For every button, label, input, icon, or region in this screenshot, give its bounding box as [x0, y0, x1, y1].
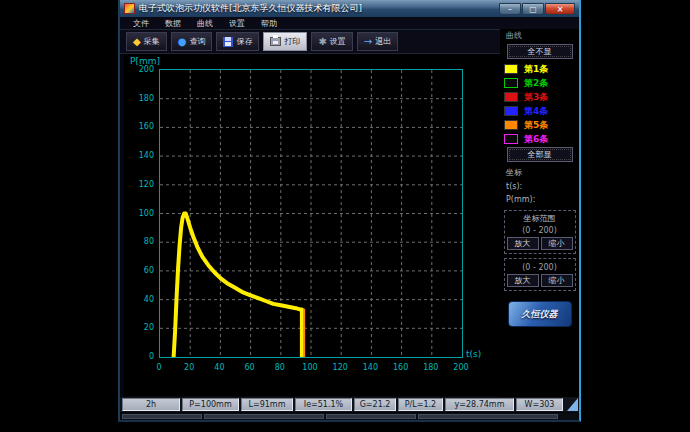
curve5-swatch[interactable] [504, 120, 518, 130]
search-button[interactable]: ● 查询 [171, 32, 213, 51]
minimize-button[interactable]: – [499, 3, 521, 15]
status2-seg [326, 414, 416, 419]
search-button-label: 查询 [189, 36, 205, 47]
legend-row-curve4[interactable]: 第4条 [500, 104, 579, 118]
legend-row-curve3[interactable]: 第3条 [500, 90, 579, 104]
show-all-button[interactable]: 全部显 [507, 147, 573, 162]
exit-button-label: 退出 [375, 36, 391, 47]
y-zoom-out-button[interactable]: 缩小 [541, 274, 573, 287]
collect-icon: ◆ [133, 37, 141, 47]
y-tick-label: 120 [132, 180, 154, 189]
legend-row-curve6[interactable]: 第6条 [500, 132, 579, 146]
settings-button-label: 设置 [330, 36, 346, 47]
menu-item-curve[interactable]: 曲线 [190, 18, 220, 29]
status-y-value: y=28.74mm [445, 398, 514, 411]
pressure-time-plot [160, 70, 462, 357]
plot-frame [159, 69, 463, 358]
y-tick-label: 200 [132, 65, 154, 74]
print-button[interactable]: 打印 [263, 32, 307, 51]
curve2-label: 第2条 [524, 77, 548, 90]
status-sample: 2h [122, 398, 180, 411]
curve1-swatch[interactable] [504, 64, 518, 74]
y-tick-label: 140 [132, 151, 154, 160]
company-logo: 久恒仪器 [508, 301, 572, 327]
x-zoom-out-button[interactable]: 缩小 [541, 237, 573, 250]
y-tick-label: 40 [132, 295, 154, 304]
status-l-value: L=91mm [241, 398, 293, 411]
printer-icon [270, 37, 281, 46]
status-g-value: G=21.2 [354, 398, 396, 411]
y-tick-label: 180 [132, 94, 154, 103]
curve6-label: 第6条 [524, 133, 548, 146]
curves-label: 曲线 [500, 29, 579, 43]
y-tick-label: 160 [132, 122, 154, 131]
status-w-value: W=303 [516, 398, 563, 411]
maximize-button[interactable]: ▢ [522, 3, 544, 15]
y-tick-label: 0 [132, 352, 154, 361]
menu-item-help[interactable]: 帮助 [254, 18, 284, 29]
collect-button[interactable]: ◆ 采集 [126, 32, 167, 51]
resize-grip[interactable] [567, 398, 578, 411]
x-tick-label: 80 [270, 363, 290, 372]
x-tick-label: 0 [149, 363, 169, 372]
close-button[interactable]: × [545, 3, 575, 15]
save-button[interactable]: 保存 [216, 32, 259, 51]
y-tick-label: 60 [132, 266, 154, 275]
x-tick-label: 60 [240, 363, 260, 372]
x-range-title: 坐标范围 [507, 213, 573, 224]
legend-row-curve1[interactable]: 第1条 [500, 62, 579, 76]
menu-item-data[interactable]: 数据 [158, 18, 188, 29]
status-pl-ratio: P/L=1.2 [398, 398, 443, 411]
legend-row-curve5[interactable]: 第5条 [500, 118, 579, 132]
x-tick-label: 100 [300, 363, 320, 372]
app-window: 电子式吹泡示功仪软件[北京东孚久恒仪器技术有限公司] – ▢ × 文件 数据 曲… [118, 0, 581, 422]
y-range-value: (0 - 200) [507, 261, 573, 274]
x-zoom-in-button[interactable]: 放大 [507, 237, 539, 250]
x-range-value: (0 - 200) [507, 224, 573, 237]
x-tick-label: 140 [360, 363, 380, 372]
gear-icon: ✱ [318, 37, 326, 47]
status2-seg [204, 414, 324, 419]
print-button-label: 打印 [284, 36, 300, 47]
exit-button[interactable]: → 退出 [357, 32, 398, 51]
curve3-swatch[interactable] [504, 92, 518, 102]
status-ie-value: Ie=51.1% [295, 398, 352, 411]
chart-area: P[mm] t(s) 020406080100120140160180200 0… [124, 54, 500, 396]
x-tick-label: 120 [330, 363, 350, 372]
curve3-label: 第3条 [524, 91, 548, 104]
x-tick-label: 40 [209, 363, 229, 372]
status-p-value: P=100mm [182, 398, 239, 411]
y-range-group: (0 - 200) 放大 缩小 [504, 258, 576, 291]
x-axis-label: t(s) [466, 349, 481, 359]
menu-item-settings[interactable]: 设置 [222, 18, 252, 29]
save-icon [223, 37, 233, 47]
curve-control-panel: 曲线 全不显 第1条 第2条 第3条 第4条 第5条 [500, 29, 579, 397]
coord-label: 坐标 [500, 165, 579, 180]
settings-button[interactable]: ✱ 设置 [311, 32, 352, 51]
curve4-swatch[interactable] [504, 106, 518, 116]
save-button-label: 保存 [236, 36, 252, 47]
y-zoom-in-button[interactable]: 放大 [507, 274, 539, 287]
y-tick-label: 20 [132, 323, 154, 332]
curve6-swatch[interactable] [504, 134, 518, 144]
titlebar[interactable]: 电子式吹泡示功仪软件[北京东孚久恒仪器技术有限公司] – ▢ × [120, 0, 579, 17]
legend-row-curve2[interactable]: 第2条 [500, 76, 579, 90]
y-tick-label: 80 [132, 237, 154, 246]
x-tick-label: 160 [391, 363, 411, 372]
curve4-label: 第4条 [524, 105, 548, 118]
collect-button-label: 采集 [144, 36, 160, 47]
pressure-curve [174, 214, 302, 358]
curve1-label: 第1条 [524, 63, 548, 76]
hide-all-button[interactable]: 全不显 [507, 44, 573, 59]
status2-seg [418, 414, 558, 419]
exit-icon: → [364, 37, 372, 47]
x-tick-label: 20 [179, 363, 199, 372]
app-icon [124, 3, 135, 14]
x-tick-label: 200 [451, 363, 471, 372]
pressure-readout: P(mm): [500, 193, 579, 206]
statusbar-secondary [120, 413, 579, 420]
y-tick-label: 100 [132, 209, 154, 218]
menu-item-file[interactable]: 文件 [126, 18, 156, 29]
x-tick-label: 180 [421, 363, 441, 372]
curve2-swatch[interactable] [504, 78, 518, 88]
